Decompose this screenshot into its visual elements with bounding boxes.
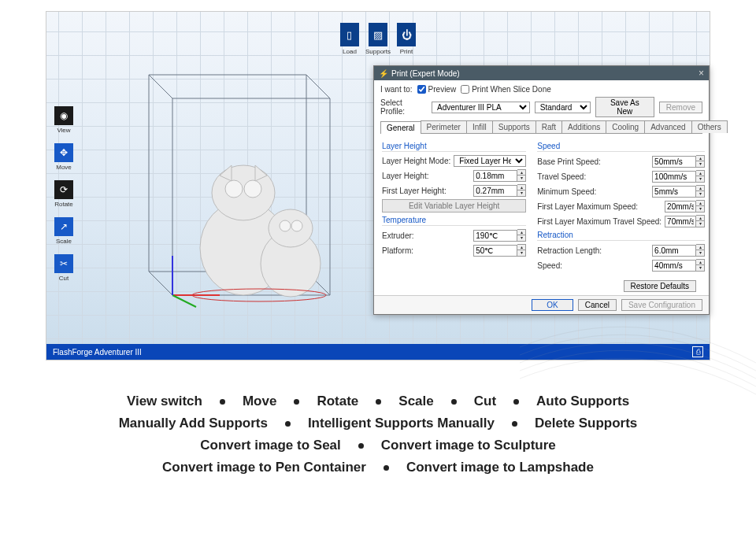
tab-raft[interactable]: Raft xyxy=(536,120,562,133)
section-layer-height: Layer Height xyxy=(382,142,526,152)
tab-advanced[interactable]: Advanced xyxy=(644,120,691,133)
bullet-icon xyxy=(376,399,381,405)
cancel-button[interactable]: Cancel xyxy=(578,299,617,311)
base-speed-label: Base Print Speed: xyxy=(537,157,601,166)
remove-button: Remove xyxy=(659,102,702,113)
close-icon[interactable]: × xyxy=(699,68,704,79)
feature-item: Convert image to Pen Container xyxy=(162,460,366,475)
min-speed-label: Minimum Speed: xyxy=(537,187,596,196)
left-toolbar: ◉ View ✥ Move ⟳ Rotate ↗ Scale ✂ Cut xyxy=(54,106,73,282)
retract-len-label: Retraction Length: xyxy=(537,246,602,255)
cut-label: Cut xyxy=(59,275,69,282)
file-icon: ▯ xyxy=(346,30,352,40)
profile-select[interactable]: Adventurer III PLA xyxy=(432,102,530,113)
edit-variable-button: Edit Variable Layer Height xyxy=(382,199,526,213)
svg-point-13 xyxy=(225,180,243,198)
feature-item: Intelligent Supports Manually xyxy=(308,416,495,431)
save-config-button: Save Configuration xyxy=(621,299,702,311)
save-as-new-button[interactable]: Save As New xyxy=(595,97,654,117)
retract-speed-input[interactable]: ▴▾ xyxy=(652,259,705,272)
scale-button[interactable]: ↗ xyxy=(54,217,73,236)
restore-defaults-button[interactable]: Restore Defaults xyxy=(624,280,696,292)
power-icon: ⏻ xyxy=(402,30,412,40)
layer-mode-select[interactable]: Fixed Layer Height xyxy=(454,155,526,167)
fl-max-speed-input[interactable]: ▴▾ xyxy=(665,200,705,213)
printer-name: FlashForge Adventurer III xyxy=(53,348,142,357)
build-volume[interactable] xyxy=(125,51,346,311)
svg-point-10 xyxy=(212,165,275,220)
platform-input[interactable]: ▴▾ xyxy=(473,244,526,257)
move-icon: ✥ xyxy=(60,147,68,158)
preview-checkbox[interactable]: Preview xyxy=(417,85,457,94)
svg-point-16 xyxy=(291,220,302,231)
rotate-icon: ⟳ xyxy=(60,184,68,195)
bullet-icon xyxy=(294,399,299,405)
ok-button[interactable]: OK xyxy=(532,299,573,311)
platform-label: Platform: xyxy=(382,246,413,255)
bolt-icon: ⚡ xyxy=(379,69,388,78)
cut-button[interactable]: ✂ xyxy=(54,254,73,273)
retract-len-input[interactable]: ▴▾ xyxy=(652,244,705,257)
tab-perimeter[interactable]: Perimeter xyxy=(421,120,467,133)
feature-item: Rotate xyxy=(317,394,358,409)
tab-infill[interactable]: Infill xyxy=(466,120,493,133)
extruder-input[interactable]: ▴▾ xyxy=(473,229,526,242)
dialog-title: Print (Expert Mode) xyxy=(391,69,460,78)
dialog-titlebar[interactable]: ⚡Print (Expert Mode) × xyxy=(374,66,709,80)
eye-icon: ◉ xyxy=(60,110,68,121)
print-label: Print xyxy=(400,48,413,55)
tab-cooling[interactable]: Cooling xyxy=(606,120,645,133)
feature-item: Scale xyxy=(398,394,433,409)
first-layer-label: First Layer Height: xyxy=(382,187,447,195)
section-temperature: Temperature xyxy=(382,216,526,226)
load-button[interactable]: ▯ xyxy=(340,23,359,46)
svg-point-14 xyxy=(244,180,261,198)
status-connect-icon[interactable]: ⎙ xyxy=(692,346,703,357)
section-speed: Speed xyxy=(537,142,705,152)
svg-line-7 xyxy=(172,295,196,307)
feature-item: Move xyxy=(243,394,276,409)
move-label: Move xyxy=(56,164,72,171)
tab-general[interactable]: General xyxy=(380,121,421,134)
svg-point-15 xyxy=(280,220,291,231)
tab-supports[interactable]: Supports xyxy=(492,120,536,133)
rotate-button[interactable]: ⟳ xyxy=(54,180,73,199)
scale-icon: ↗ xyxy=(60,221,68,232)
extruder-label: Extruder: xyxy=(382,231,414,240)
feature-item: Convert image to Seal xyxy=(200,438,341,453)
supports-icon: ▨ xyxy=(373,30,383,40)
feature-item: Cut xyxy=(474,394,496,409)
quality-select[interactable]: Standard xyxy=(535,102,591,113)
tab-others[interactable]: Others xyxy=(691,120,728,133)
svg-marker-0 xyxy=(149,75,330,98)
bullet-icon xyxy=(220,399,225,405)
supports-label: Supports xyxy=(365,48,391,55)
retract-speed-label: Speed: xyxy=(537,261,562,270)
status-bar: FlashForge Adventurer III ⎙ xyxy=(46,344,710,360)
fl-max-travel-input[interactable]: ▴▾ xyxy=(665,215,705,227)
top-toolbar: ▯ Load ▨ Supports ⏻ Print xyxy=(340,23,416,55)
bullet-icon xyxy=(512,421,517,427)
move-button[interactable]: ✥ xyxy=(54,143,73,162)
supports-button[interactable]: ▨ xyxy=(369,23,387,46)
feature-item: View switch xyxy=(127,394,202,409)
bullet-icon xyxy=(451,399,457,405)
view-button[interactable]: ◉ xyxy=(54,106,73,125)
tab-additions[interactable]: Additions xyxy=(561,120,606,133)
travel-speed-input[interactable]: ▴▾ xyxy=(652,170,705,183)
fl-max-speed-label: First Layer Maximum Speed: xyxy=(537,202,638,211)
print-when-done-checkbox[interactable]: Print When Slice Done xyxy=(461,85,551,94)
feature-item: Delete Supports xyxy=(535,416,637,431)
first-layer-input[interactable]: ▴▾ xyxy=(473,184,526,197)
base-speed-input[interactable]: ▴▾ xyxy=(652,155,705,168)
cut-icon: ✂ xyxy=(60,258,68,269)
min-speed-input[interactable]: ▴▾ xyxy=(652,185,705,198)
bullet-icon xyxy=(384,465,389,471)
fl-max-travel-label: First Layer Maximum Travel Speed: xyxy=(537,217,662,226)
bullet-icon xyxy=(285,421,291,427)
layer-height-input[interactable]: ▴▾ xyxy=(473,169,526,182)
layer-mode-label: Layer Height Mode: xyxy=(382,157,450,165)
print-button[interactable]: ⏻ xyxy=(397,23,416,46)
i-want-to-label: I want to: xyxy=(380,85,413,94)
scale-label: Scale xyxy=(56,238,72,245)
